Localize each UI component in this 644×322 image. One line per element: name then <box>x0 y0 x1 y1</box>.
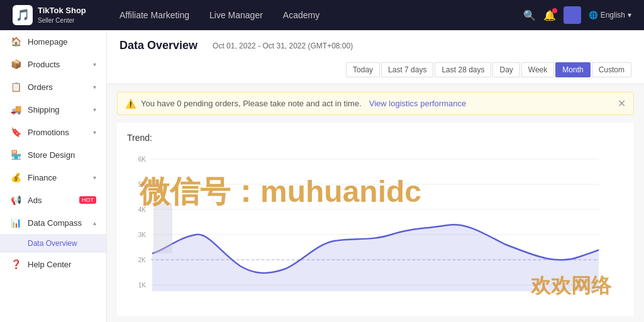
chevron-shipping: ▾ <box>93 106 96 113</box>
sidebar-item-ads[interactable]: 📢 Ads HOT <box>0 189 106 211</box>
language-button[interactable]: 🌐 English ▾ <box>589 11 631 19</box>
notification-button[interactable]: 🔔 <box>543 9 556 21</box>
ads-icon: 📢 <box>10 195 21 205</box>
svg-text:6K: 6K <box>138 156 147 163</box>
chevron-data-compass: ▴ <box>93 219 96 226</box>
chart-svg-wrapper: 微信号：muhuanidc 欢欢网络 6K 5K 4K 3K 2K 1K <box>127 153 624 306</box>
nav-live-manager[interactable]: Live Manager <box>209 10 263 20</box>
sidebar-sub-label-data-overview: Data Overview <box>28 239 77 248</box>
time-filter-last7[interactable]: Last 7 days <box>381 62 433 77</box>
svg-text:4K: 4K <box>138 206 147 213</box>
help-icon: ❓ <box>10 259 21 269</box>
alert-banner: ⚠️ You have 0 pending orders, Please tak… <box>117 92 634 115</box>
sidebar-label-orders: Orders <box>28 82 87 92</box>
sidebar-item-help-center[interactable]: ❓ Help Center <box>0 253 106 275</box>
sidebar-label-ads: Ads <box>28 196 72 205</box>
alert-text: You have 0 pending orders, Please take n… <box>141 99 362 108</box>
chart-title: Trend: <box>127 133 624 143</box>
time-filters: Today Last 7 days Last 28 days Day Week … <box>346 62 631 77</box>
time-filter-last28[interactable]: Last 28 days <box>435 62 491 77</box>
promotions-icon: 🔖 <box>10 127 21 137</box>
sidebar-label-products: Products <box>28 60 87 69</box>
nav-academy[interactable]: Academy <box>283 10 319 20</box>
svg-text:5K: 5K <box>138 181 147 188</box>
sidebar-label-shipping: Shipping <box>28 105 87 114</box>
logo-brand: TikTok Shop <box>38 6 86 16</box>
store-design-icon: 🏪 <box>10 150 21 160</box>
lang-label: English <box>601 11 625 19</box>
sidebar-item-shipping[interactable]: 🚚 Shipping ▾ <box>0 98 106 121</box>
notification-dot <box>552 8 557 13</box>
svg-text:3K: 3K <box>138 231 147 238</box>
main-content: Data Overview Oct 01, 2022 - Oct 31, 202… <box>107 30 644 322</box>
content-header: Data Overview Oct 01, 2022 - Oct 31, 202… <box>107 30 644 84</box>
time-filter-week[interactable]: Week <box>521 62 554 77</box>
sidebar-item-store-design[interactable]: 🏪 Store Design <box>0 143 106 166</box>
sidebar-label-finance: Finance <box>28 173 87 182</box>
shipping-icon: 🚚 <box>10 104 21 114</box>
avatar-button[interactable] <box>564 6 581 24</box>
svg-text:2K: 2K <box>138 257 147 264</box>
time-filter-month[interactable]: Month <box>555 62 590 77</box>
trend-chart: 6K 5K 4K 3K 2K 1K <box>127 153 599 304</box>
logo-area: 🎵 TikTok Shop Seller Center <box>13 5 119 25</box>
logo-text: TikTok Shop Seller Center <box>38 6 86 25</box>
sidebar-item-data-compass[interactable]: 📊 Data Compass ▴ <box>0 211 106 234</box>
alert-link[interactable]: View logistics performance <box>369 99 466 108</box>
sidebar-item-finance[interactable]: 💰 Finance ▾ <box>0 166 106 189</box>
alert-icon: ⚠️ <box>125 99 136 109</box>
sidebar-item-products[interactable]: 📦 Products ▾ <box>0 53 106 75</box>
top-navigation: 🎵 TikTok Shop Seller Center Affiliate Ma… <box>0 0 644 30</box>
time-filter-day[interactable]: Day <box>492 62 519 77</box>
nav-links: Affiliate Marketing Live Manager Academy <box>119 10 523 20</box>
sidebar: 🏠 Homepage 📦 Products ▾ 📋 Orders ▾ 🚚 Shi… <box>0 30 107 322</box>
svg-text:1K: 1K <box>138 282 147 289</box>
tiktok-logo-icon: 🎵 <box>16 8 30 22</box>
nav-affiliate-marketing[interactable]: Affiliate Marketing <box>119 10 189 20</box>
sidebar-label-homepage: Homepage <box>28 37 96 47</box>
alert-close-button[interactable]: ✕ <box>618 97 626 109</box>
chevron-products: ▾ <box>93 61 96 68</box>
sidebar-label-data-compass: Data Compass <box>28 218 87 228</box>
time-filter-today[interactable]: Today <box>346 62 380 77</box>
nav-right-area: 🔍 🔔 🌐 English ▾ <box>523 6 631 24</box>
tiktok-logo: 🎵 <box>13 5 33 25</box>
sidebar-label-help-center: Help Center <box>28 260 96 269</box>
sidebar-item-orders[interactable]: 📋 Orders ▾ <box>0 75 106 98</box>
chevron-promotions: ▾ <box>93 129 96 136</box>
sidebar-sub-item-data-overview[interactable]: Data Overview <box>0 234 106 253</box>
page-title: Data Overview <box>119 39 197 52</box>
logo-sub: Seller Center <box>38 16 86 25</box>
date-range: Oct 01, 2022 - Oct 31, 2022 (GMT+08:00) <box>213 42 353 50</box>
sidebar-label-store-design: Store Design <box>28 150 96 160</box>
orders-icon: 📋 <box>10 82 21 92</box>
data-compass-icon: 📊 <box>10 218 21 228</box>
chevron-finance: ▾ <box>93 174 96 181</box>
main-layout: 🏠 Homepage 📦 Products ▾ 📋 Orders ▾ 🚚 Shi… <box>0 30 644 322</box>
time-filter-custom[interactable]: Custom <box>592 62 631 77</box>
chevron-orders: ▾ <box>93 84 96 91</box>
products-icon: 📦 <box>10 59 21 69</box>
search-button[interactable]: 🔍 <box>523 9 536 21</box>
sidebar-item-promotions[interactable]: 🔖 Promotions ▾ <box>0 121 106 143</box>
home-icon: 🏠 <box>10 36 21 47</box>
svg-rect-13 <box>153 203 172 253</box>
sidebar-label-promotions: Promotions <box>28 128 87 137</box>
chart-container: Trend: 微信号：muhuanidc 欢欢网络 6K 5K 4K 3K 2K… <box>117 123 634 316</box>
sidebar-item-homepage[interactable]: 🏠 Homepage <box>0 30 106 53</box>
finance-icon: 💰 <box>10 172 21 182</box>
hot-badge: HOT <box>79 196 96 204</box>
